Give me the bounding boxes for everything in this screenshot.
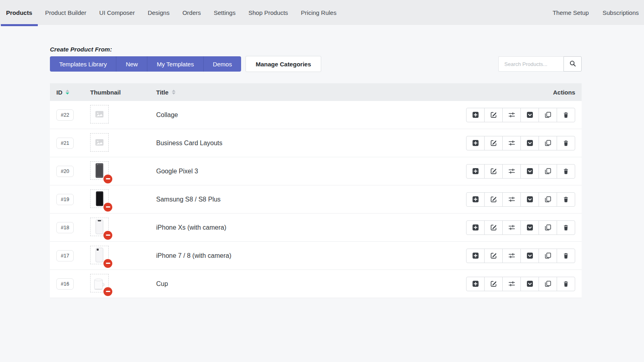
action-duplicate-button[interactable] xyxy=(539,164,557,179)
toolbar: Templates Library New My Templates Demos… xyxy=(50,56,582,72)
nav-item-shop-products[interactable]: Shop Products xyxy=(242,0,294,25)
action-edit-button[interactable] xyxy=(484,277,503,291)
header-actions-label: Actions xyxy=(553,89,575,96)
action-options-button[interactable] xyxy=(502,108,521,122)
create-from-demos-button[interactable]: Demos xyxy=(203,56,242,72)
nav-item-product-builder[interactable]: Product Builder xyxy=(39,0,93,25)
action-export-button[interactable] xyxy=(520,249,539,263)
action-export-button[interactable] xyxy=(520,192,539,207)
action-options-button[interactable] xyxy=(502,136,521,150)
create-from-templates-library-button[interactable]: Templates Library xyxy=(50,56,116,72)
nav-item-subscriptions[interactable]: Subscriptions xyxy=(596,0,644,25)
trash-icon xyxy=(563,140,569,146)
action-add-button[interactable] xyxy=(466,192,485,207)
product-thumbnail-phone-black[interactable] xyxy=(90,189,109,208)
download-box-icon xyxy=(526,111,533,118)
action-add-button[interactable] xyxy=(466,164,485,179)
action-delete-button[interactable] xyxy=(557,164,575,179)
action-export-button[interactable] xyxy=(520,277,539,291)
edit-icon xyxy=(490,280,497,287)
action-add-button[interactable] xyxy=(466,249,485,263)
action-delete-button[interactable] xyxy=(557,136,575,150)
product-thumbnail-cup[interactable] xyxy=(90,274,109,292)
product-id-badge: #18 xyxy=(56,222,74,233)
action-options-button[interactable] xyxy=(502,164,521,179)
create-from-new-button[interactable]: New xyxy=(116,56,147,72)
action-add-button[interactable] xyxy=(466,108,485,122)
action-add-button[interactable] xyxy=(466,136,485,150)
action-options-button[interactable] xyxy=(502,220,521,235)
product-id-badge: #16 xyxy=(56,278,74,290)
sort-id-icon[interactable] xyxy=(66,90,69,95)
action-edit-button[interactable] xyxy=(484,136,503,150)
edit-icon xyxy=(490,224,497,231)
action-edit-button[interactable] xyxy=(484,108,503,122)
disabled-minus-badge-icon xyxy=(103,203,112,212)
trash-icon xyxy=(563,224,569,231)
action-add-button[interactable] xyxy=(466,220,485,235)
nav-item-designs[interactable]: Designs xyxy=(141,0,176,25)
action-delete-button[interactable] xyxy=(557,108,575,122)
download-box-icon xyxy=(526,280,533,287)
trash-icon xyxy=(563,253,569,259)
download-box-icon xyxy=(526,196,533,203)
search-icon xyxy=(569,60,576,68)
product-thumbnail-phone-dark-gray[interactable] xyxy=(90,161,109,180)
create-product-from-label: Create Product From: xyxy=(50,46,582,53)
product-thumbnail-phone-white-notch[interactable] xyxy=(90,218,109,236)
nav-item-pricing-rules[interactable]: Pricing Rules xyxy=(295,0,343,25)
action-options-button[interactable] xyxy=(502,277,521,291)
edit-icon xyxy=(490,252,497,259)
action-options-button[interactable] xyxy=(502,192,521,207)
action-edit-button[interactable] xyxy=(484,164,503,179)
search-input[interactable] xyxy=(498,56,564,72)
sort-title-icon[interactable] xyxy=(172,90,175,95)
action-delete-button[interactable] xyxy=(557,192,575,207)
table-row: #17 iPhone 7 / 8 (with camera) xyxy=(50,242,582,270)
action-duplicate-button[interactable] xyxy=(539,108,557,122)
action-export-button[interactable] xyxy=(520,164,539,179)
manage-categories-button[interactable]: Manage Categories xyxy=(246,56,321,72)
header-title-label: Title xyxy=(156,89,169,96)
search-box xyxy=(498,56,582,72)
plus-square-icon xyxy=(472,168,479,175)
nav-item-settings[interactable]: Settings xyxy=(207,0,242,25)
action-add-button[interactable] xyxy=(466,277,485,291)
row-actions-group xyxy=(466,192,575,207)
create-from-my-templates-button[interactable]: My Templates xyxy=(147,56,203,72)
action-edit-button[interactable] xyxy=(484,192,503,207)
edit-icon xyxy=(490,168,497,175)
action-edit-button[interactable] xyxy=(484,249,503,263)
product-thumbnail-image-placeholder[interactable] xyxy=(90,133,109,152)
action-delete-button[interactable] xyxy=(557,220,575,235)
product-id-badge: #20 xyxy=(56,166,74,177)
copy-icon xyxy=(545,111,551,118)
search-button[interactable] xyxy=(564,56,582,72)
action-export-button[interactable] xyxy=(520,136,539,150)
action-delete-button[interactable] xyxy=(557,277,575,291)
nav-item-ui-composer[interactable]: UI Composer xyxy=(93,0,141,25)
action-duplicate-button[interactable] xyxy=(539,192,557,207)
action-export-button[interactable] xyxy=(520,108,539,122)
nav-item-products[interactable]: Products xyxy=(0,0,39,25)
create-product-button-group: Templates Library New My Templates Demos xyxy=(50,56,241,72)
product-thumbnail-phone-white-camera[interactable] xyxy=(90,246,109,264)
action-options-button[interactable] xyxy=(502,249,521,263)
nav-item-orders[interactable]: Orders xyxy=(176,0,207,25)
action-duplicate-button[interactable] xyxy=(539,249,557,263)
action-delete-button[interactable] xyxy=(557,249,575,263)
plus-square-icon xyxy=(472,140,479,146)
download-box-icon xyxy=(526,168,533,175)
disabled-minus-badge-icon xyxy=(103,259,112,268)
product-thumbnail-image-placeholder[interactable] xyxy=(90,105,109,123)
copy-icon xyxy=(545,196,551,203)
trash-icon xyxy=(563,281,569,287)
product-id-badge: #22 xyxy=(56,109,74,121)
action-duplicate-button[interactable] xyxy=(539,220,557,235)
action-edit-button[interactable] xyxy=(484,220,503,235)
table-header: ID Thumbnail Title Actions xyxy=(50,83,582,101)
action-duplicate-button[interactable] xyxy=(539,136,557,150)
action-export-button[interactable] xyxy=(520,220,539,235)
action-duplicate-button[interactable] xyxy=(539,277,557,291)
nav-item-theme-setup[interactable]: Theme Setup xyxy=(546,0,596,25)
